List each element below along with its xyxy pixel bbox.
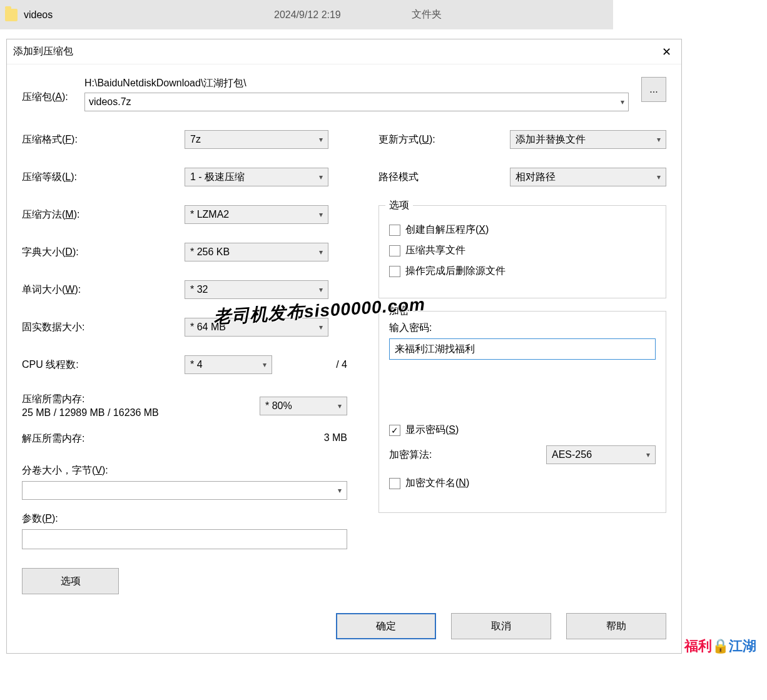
add-to-archive-dialog: 添加到压缩包 ✕ 压缩包(A): H:\BaiduNetdiskDownload… [6,39,682,654]
delete-after-label: 操作完成后删除源文件 [405,265,505,278]
file-name: videos [24,9,274,21]
mem-comp-label: 压缩所需内存: [22,393,260,406]
dialog-title: 添加到压缩包 [13,45,658,58]
level-label: 压缩等级(L): [22,171,185,184]
folder-icon [5,9,18,21]
threads-label: CPU 线程数: [22,358,185,372]
chevron-down-icon: ▾ [657,135,661,144]
encryption-group: 加密 输入密码: 显示密码(S) 加密算法: AES-256 ▾ [378,311,666,513]
word-select[interactable]: * 32 ▾ [185,280,328,299]
mem-comp-value: 25 MB / 12989 MB / 16236 MB [22,407,260,418]
chevron-down-icon: ▾ [319,173,323,181]
chevron-down-icon: ▾ [338,486,342,495]
chevron-down-icon: ▾ [319,210,323,219]
enc-method-select[interactable]: AES-256 ▾ [546,445,656,464]
show-password-checkbox[interactable] [389,425,400,436]
solid-select[interactable]: * 64 MB ▾ [185,318,328,337]
mem-decomp-value: 3 MB [324,432,347,445]
shared-checkbox[interactable] [389,245,400,256]
encrypt-names-checkbox[interactable] [389,478,400,489]
dict-label: 字典大小(D): [22,246,185,259]
encryption-legend: 加密 [385,305,413,318]
format-select[interactable]: 7z ▾ [185,130,328,149]
archive-label: 压缩包(A): [22,77,84,104]
options-button[interactable]: 选项 [22,568,119,594]
browse-button[interactable]: ... [641,77,666,102]
pathmode-select[interactable]: 相对路径 ▾ [510,168,666,186]
split-label: 分卷大小，字节(V): [22,464,347,477]
help-button[interactable]: 帮助 [566,613,666,639]
sfx-checkbox[interactable] [389,225,400,236]
enc-method-label: 加密算法: [389,449,546,462]
word-label: 单词大小(W): [22,283,185,297]
options-group: 选项 创建自解压程序(X) 压缩共享文件 操作完成后删除源文件 [378,205,666,298]
params-input[interactable] [22,529,347,549]
options-legend: 选项 [385,199,413,212]
mem-decomp-label: 解压所需内存: [22,432,324,445]
level-select[interactable]: 1 - 极速压缩 ▾ [185,168,328,186]
file-date: 2024/9/12 2:19 [274,9,412,21]
chevron-down-icon: ▾ [319,135,323,144]
mem-pct-select[interactable]: * 80% ▾ [260,397,347,415]
file-list-row[interactable]: videos 2024/9/12 2:19 文件夹 [0,0,613,29]
title-bar: 添加到压缩包 ✕ [7,39,681,64]
close-icon[interactable]: ✕ [658,45,675,59]
watermark-logo: 福利🔒江湖 fulijianghu.com [684,637,756,654]
solid-label: 固实数据大小: [22,321,185,334]
chevron-down-icon: ▾ [319,285,323,294]
method-label: 压缩方法(M): [22,208,185,221]
shared-label: 压缩共享文件 [405,244,465,257]
chevron-down-icon: ▾ [263,360,267,369]
archive-name-combo[interactable]: videos.7z ▾ [84,93,629,111]
file-type: 文件夹 [412,8,474,21]
chevron-down-icon: ▾ [621,98,624,106]
pathmode-label: 路径模式 [378,171,510,184]
show-password-label: 显示密码(S) [405,424,459,437]
threads-select[interactable]: * 4 ▾ [185,355,272,374]
dict-select[interactable]: * 256 KB ▾ [185,243,328,261]
chevron-down-icon: ▾ [319,248,323,256]
archive-path: H:\BaiduNetdiskDownload\江湖打包\ [84,77,629,90]
archive-name-value: videos.7z [89,96,131,108]
chevron-down-icon: ▾ [319,323,323,332]
password-input[interactable] [389,338,656,360]
method-select[interactable]: * LZMA2 ▾ [185,205,328,224]
update-label: 更新方式(U): [378,133,510,146]
encrypt-names-label: 加密文件名(N) [405,477,469,490]
chevron-down-icon: ▾ [338,402,342,410]
update-mode-select[interactable]: 添加并替换文件 ▾ [510,130,666,149]
format-label: 压缩格式(F): [22,133,185,146]
threads-total: / 4 [336,359,347,370]
cancel-button[interactable]: 取消 [451,613,551,639]
split-size-combo[interactable]: ▾ [22,481,347,500]
chevron-down-icon: ▾ [657,173,661,181]
ok-button[interactable]: 确定 [336,613,436,639]
delete-after-checkbox[interactable] [389,266,400,277]
chevron-down-icon: ▾ [646,450,650,459]
sfx-label: 创建自解压程序(X) [405,223,489,236]
password-label: 输入密码: [389,322,656,335]
params-label: 参数(P): [22,512,347,525]
